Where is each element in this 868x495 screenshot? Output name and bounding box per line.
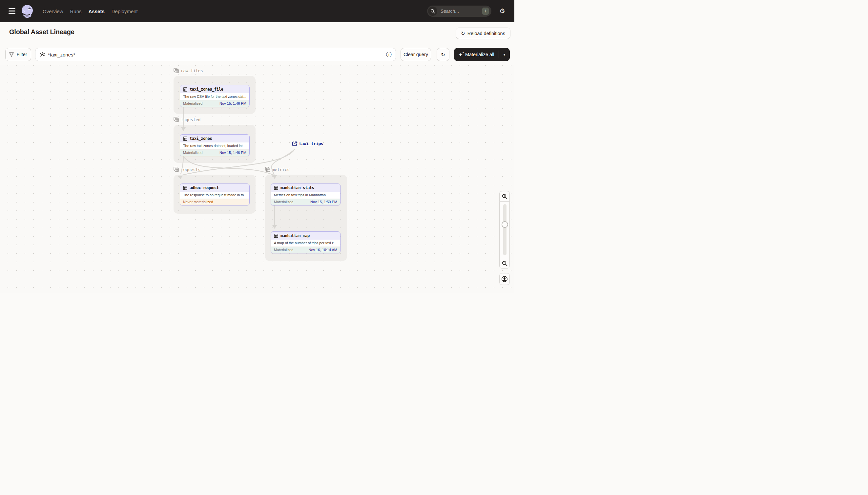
nav-assets[interactable]: Assets (89, 8, 105, 14)
asset-node-adhoc-request[interactable]: adhoc_request The response to an request… (180, 184, 250, 205)
lineage-edges (0, 65, 514, 293)
table-icon (183, 137, 187, 141)
settings-gear-icon[interactable]: ⚙ (499, 7, 505, 15)
materialize-all-split-button: ✦✦ Materialize all ▾ (454, 48, 510, 61)
external-link-icon (292, 141, 297, 146)
reload-label: Reload definitions (467, 31, 505, 36)
clear-query-button[interactable]: Clear query (401, 48, 431, 61)
table-icon (183, 87, 187, 91)
asset-node-manhattan-stats[interactable]: manhattan_stats Metrics on taxi trips in… (271, 184, 340, 205)
status-label: Materialized (274, 248, 293, 252)
zoom-slider[interactable] (499, 202, 510, 258)
external-asset-name: taxi_trips (299, 141, 323, 146)
zoom-slider-handle[interactable] (501, 221, 508, 228)
nav-overview[interactable]: Overview (43, 8, 63, 14)
dagster-app: Overview Runs Assets Deployment Search..… (0, 0, 514, 293)
search-icon (428, 6, 437, 16)
asset-status-bar: Materialized Nov 15, 1:46 PM (180, 100, 249, 107)
asset-node-header: taxi_zones (180, 135, 249, 142)
asset-node-header: taxi_zones_file (180, 85, 249, 93)
top-navigation-bar: Overview Runs Assets Deployment Search..… (0, 0, 514, 22)
materialize-options-dropdown[interactable]: ▾ (499, 51, 510, 58)
edge-taxi-zones-to-adhoc-request (181, 156, 183, 174)
materialization-timestamp[interactable]: Nov 15, 1:46 PM (219, 101, 246, 105)
zoom-slider-track[interactable] (503, 204, 507, 255)
global-search-input[interactable]: Search... / (427, 5, 491, 17)
lineage-canvas[interactable]: raw_files ingested requests metrics (0, 65, 514, 293)
op-selection-icon (39, 52, 45, 57)
reload-definitions-button[interactable]: ↻ Reload definitions (456, 28, 510, 39)
hamburger-menu-icon[interactable] (8, 8, 15, 14)
clear-query-label: Clear query (404, 52, 428, 57)
search-placeholder: Search... (441, 8, 482, 14)
asset-node-header: manhattan_map (271, 232, 340, 240)
nav-runs[interactable]: Runs (70, 8, 82, 14)
asset-node-taxi-zones-file[interactable]: taxi_zones_file The raw CSV file for the… (180, 85, 250, 107)
asset-name: adhoc_request (190, 186, 219, 190)
asset-description: The response to an request made in th... (180, 192, 249, 199)
asset-status-bar: Materialized Nov 15, 1:46 PM (180, 149, 249, 156)
asset-selection-box: ⓘ (35, 48, 396, 61)
asset-node-header: manhattan_stats (271, 184, 340, 192)
asset-description: The raw CSV file for the taxi zones dat.… (180, 93, 249, 100)
reload-icon: ↻ (461, 31, 465, 36)
asset-name: taxi_zones (190, 136, 212, 141)
filter-label: Filter (16, 52, 27, 57)
table-icon (183, 186, 187, 190)
status-label: Materialized (183, 151, 202, 155)
page-title: Global Asset Lineage (9, 28, 74, 36)
funnel-icon (9, 52, 14, 57)
external-asset-taxi-trips[interactable]: taxi_trips (292, 141, 323, 146)
nav-deployment[interactable]: Deployment (111, 8, 138, 14)
asset-node-header: adhoc_request (180, 184, 249, 192)
dagster-logo[interactable] (20, 4, 34, 18)
table-icon (274, 234, 278, 238)
asset-description: A map of the number of trips per taxi z.… (271, 240, 340, 246)
asset-node-manhattan-map[interactable]: manhattan_map A map of the number of tri… (271, 232, 340, 253)
asset-name: taxi_zones_file (190, 87, 223, 91)
asset-name: manhattan_map (281, 233, 310, 238)
zoom-controls (499, 191, 510, 286)
primary-nav: Overview Runs Assets Deployment (43, 0, 138, 22)
asset-status-bar: Materialized Nov 16, 10:14 AM (271, 246, 340, 253)
materialize-all-button[interactable]: ✦✦ Materialize all (454, 52, 499, 57)
page-header: Global Asset Lineage ↻ Reload definition… (0, 22, 514, 45)
materialization-timestamp[interactable]: Nov 15, 1:50 PM (310, 200, 337, 204)
asset-description: Metrics on taxi trips in Manhattan (271, 192, 340, 199)
lineage-toolbar: Filter ⓘ Clear query ↻ (0, 45, 514, 65)
recenter-view-button[interactable] (499, 273, 510, 285)
materialization-timestamp[interactable]: Nov 16, 10:14 AM (309, 248, 337, 252)
status-label: Never materialized (183, 200, 213, 204)
refresh-icon: ↻ (441, 52, 445, 57)
status-label: Materialized (274, 200, 293, 204)
chevron-down-icon: ▾ (503, 52, 506, 57)
asset-status-bar: Materialized Nov 15, 1:50 PM (271, 199, 340, 205)
table-icon (274, 186, 278, 190)
status-label: Materialized (183, 101, 202, 105)
info-icon[interactable]: ⓘ (386, 51, 392, 58)
zoom-out-button[interactable] (499, 258, 510, 269)
materialize-all-label: Materialize all (465, 52, 494, 57)
materialization-timestamp[interactable]: Nov 15, 1:46 PM (219, 151, 246, 155)
asset-description: The raw taxi zones dataset, loaded int..… (180, 142, 249, 149)
asset-query-input[interactable] (48, 52, 383, 57)
refresh-button[interactable]: ↻ (437, 48, 449, 61)
asset-name: manhattan_stats (281, 186, 314, 190)
asset-status-bar: Never materialized (180, 199, 249, 205)
zoom-in-button[interactable] (499, 191, 510, 202)
asset-node-taxi-zones[interactable]: taxi_zones The raw taxi zones dataset, l… (180, 134, 250, 156)
filter-button[interactable]: Filter (5, 48, 31, 61)
search-shortcut-badge: / (482, 7, 489, 15)
sparkle-icon: ✦✦ (458, 52, 463, 57)
